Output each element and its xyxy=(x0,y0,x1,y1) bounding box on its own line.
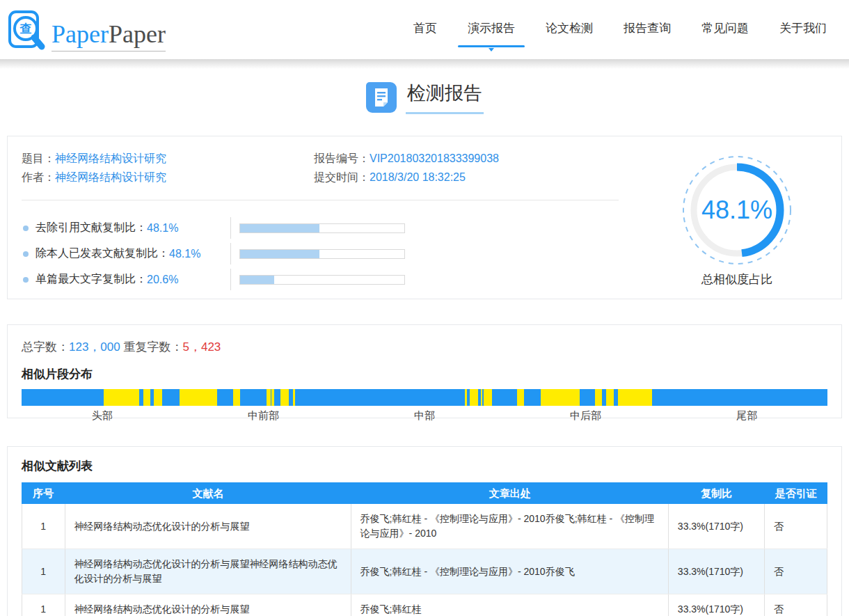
cell-copy-ratio: 33.3%(1710字) xyxy=(669,549,765,594)
cell-doc-name: 神经网络结构动态优化设计的分析与展望 xyxy=(65,504,351,548)
metrics-list: 去除引用文献复制比：48.1%除本人已发表文献复制比：48.1%单篇最大文字复制… xyxy=(22,217,619,290)
active-tab-pointer-icon xyxy=(489,48,494,52)
metric-bar-column xyxy=(230,243,405,264)
metric-bar-fill xyxy=(240,276,274,284)
nav-item-论文检测[interactable]: 论文检测 xyxy=(544,16,594,43)
metric-value: 20.6% xyxy=(147,274,178,286)
metric-label: 单篇最大文字复制比： xyxy=(35,272,147,287)
active-tab-underline xyxy=(458,45,525,47)
similarity-gauge: 48.1% xyxy=(679,152,795,269)
similar-segment xyxy=(104,389,139,406)
distribution-title: 相似片段分布 xyxy=(22,366,827,382)
metric-value: 48.1% xyxy=(169,248,200,260)
similar-segment xyxy=(233,389,240,406)
nav-item-关于我们[interactable]: 关于我们 xyxy=(778,16,828,43)
nav-item-首页[interactable]: 首页 xyxy=(412,16,438,43)
metric-row: 去除引用文献复制比：48.1% xyxy=(22,217,619,239)
report-author-label: 作者： xyxy=(22,171,55,183)
total-words-value: 123，000 xyxy=(69,340,120,354)
similarity-gauge-block: 48.1% 总相似度占比 xyxy=(633,152,841,299)
similar-segment xyxy=(267,389,270,406)
gauge-caption: 总相似度占比 xyxy=(701,271,772,287)
nav-item-常见问题[interactable]: 常见问题 xyxy=(700,16,750,43)
table-row: 1神经网络结构动态优化设计的分析与展望神经网络结构动态优化设计的分析与展望乔俊飞… xyxy=(22,549,827,594)
report-no-label: 报告编号： xyxy=(314,152,370,164)
table-row: 1神经网络结构动态优化设计的分析与展望乔俊飞;韩红桂33.3%(1710字)否 xyxy=(22,594,827,616)
header-cell-是否引证: 是否引证 xyxy=(765,482,827,504)
header-shadow xyxy=(0,59,849,69)
distribution-section-labels: 头部中前部中部中后部尾部 xyxy=(22,409,827,422)
report-author-link[interactable]: 神经网络结构设计研究 xyxy=(55,171,166,183)
magnifier-document-icon: 查 xyxy=(7,8,46,52)
section-label-中部: 中部 xyxy=(344,409,505,422)
similar-segment xyxy=(280,389,289,406)
report-title-row: 题目：神经网络结构设计研究 xyxy=(22,152,314,171)
similar-segment xyxy=(293,389,295,406)
table-row: 1神经网络结构动态优化设计的分析与展望乔俊飞;韩红桂 - 《控制理论与应用》- … xyxy=(22,504,827,549)
header-cell-文章出处: 文章出处 xyxy=(351,482,669,504)
report-info-grid: 题目：神经网络结构设计研究 报告编号：VIP201803201833399038… xyxy=(22,152,619,189)
cell-index: 1 xyxy=(22,549,65,594)
metric-row: 单篇最大文字复制比：20.6% xyxy=(22,269,619,290)
similar-segment xyxy=(154,389,162,406)
cell-index: 1 xyxy=(22,504,65,548)
similar-segment xyxy=(271,389,273,406)
cell-source: 乔俊飞;韩红桂 - 《控制理论与应用》- 2010乔俊飞 xyxy=(351,549,669,594)
brand-part-blue: Paper xyxy=(51,20,109,48)
svg-text:查: 查 xyxy=(19,22,32,35)
cell-copy-ratio: 33.3%(1710字) xyxy=(669,504,765,548)
distribution-card: 总字数：123，000 重复字数：5，423 相似片段分布 头部中前部中部中后部… xyxy=(7,324,842,418)
metric-left: 单篇最大文字复制比：20.6% xyxy=(22,272,230,287)
brand-part-gray: Paper xyxy=(109,20,166,48)
nav-item-报告查询[interactable]: 报告查询 xyxy=(622,16,672,43)
cell-copy-ratio: 33.3%(1710字) xyxy=(669,594,765,616)
section-label-头部: 头部 xyxy=(22,409,183,422)
cell-cited: 否 xyxy=(765,504,827,548)
similarity-distribution-bar xyxy=(22,389,827,406)
metric-row: 除本人已发表文献复制比：48.1% xyxy=(22,243,619,264)
gauge-value: 48.1% xyxy=(679,152,795,269)
cell-cited: 否 xyxy=(765,594,827,616)
cell-cited: 否 xyxy=(765,549,827,594)
similar-segment xyxy=(465,389,467,406)
metric-left: 除本人已发表文献复制比：48.1% xyxy=(22,246,230,261)
table-body: 1神经网络结构动态优化设计的分析与展望乔俊飞;韩红桂 - 《控制理论与应用》- … xyxy=(22,504,827,616)
metric-value: 48.1% xyxy=(147,222,178,235)
similar-segment xyxy=(180,389,218,406)
similar-segment xyxy=(481,389,483,406)
metric-bar-track xyxy=(239,249,405,259)
metric-bar-track xyxy=(239,275,405,285)
report-summary-left: 题目：神经网络结构设计研究 报告编号：VIP201803201833399038… xyxy=(22,152,633,299)
report-summary-card: 题目：神经网络结构设计研究 报告编号：VIP201803201833399038… xyxy=(7,136,842,299)
bullet-dot-icon xyxy=(23,251,29,257)
report-no-row: 报告编号：VIP201803201833399038 xyxy=(314,152,619,171)
report-title-link[interactable]: 神经网络结构设计研究 xyxy=(55,152,166,164)
submit-time-value: 2018/3/20 18:32:25 xyxy=(370,171,466,183)
word-stats-line: 总字数：123，000 重复字数：5，423 xyxy=(22,339,827,355)
similar-segment xyxy=(517,389,524,406)
cell-doc-name: 神经网络结构动态优化设计的分析与展望神经网络结构动态优化设计的分析与展望 xyxy=(65,549,351,594)
cell-doc-name: 神经网络结构动态优化设计的分析与展望 xyxy=(65,594,351,616)
submit-time-row: 提交时间：2018/3/20 18:32:25 xyxy=(314,171,619,189)
metric-bar-track xyxy=(239,223,405,233)
bullet-dot-icon xyxy=(23,226,29,231)
report-document-icon xyxy=(365,81,397,113)
metric-left: 去除引用文献复制比：48.1% xyxy=(22,221,230,235)
similar-list-title: 相似文献列表 xyxy=(22,458,827,474)
brand-wordmark: PaperPaper xyxy=(51,22,166,52)
similar-segment xyxy=(618,389,653,406)
header-cell-文献名: 文献名 xyxy=(65,482,351,504)
metric-bar-fill xyxy=(240,250,319,258)
similar-segment xyxy=(595,389,602,406)
metric-label: 除本人已发表文献复制比： xyxy=(35,246,169,261)
bullet-dot-icon xyxy=(23,277,29,283)
report-title-label: 题目： xyxy=(22,152,55,164)
site-logo[interactable]: 查 PaperPaper xyxy=(7,8,166,52)
summary-divider xyxy=(22,200,619,200)
nav-item-演示报告[interactable]: 演示报告 xyxy=(466,16,516,43)
main-nav: 首页演示报告论文检测报告查询常见问题关于我们 xyxy=(412,16,828,43)
cell-index: 1 xyxy=(22,594,65,616)
section-label-中后部: 中后部 xyxy=(505,409,667,422)
similar-segment xyxy=(143,389,150,406)
similar-segment xyxy=(484,389,492,406)
